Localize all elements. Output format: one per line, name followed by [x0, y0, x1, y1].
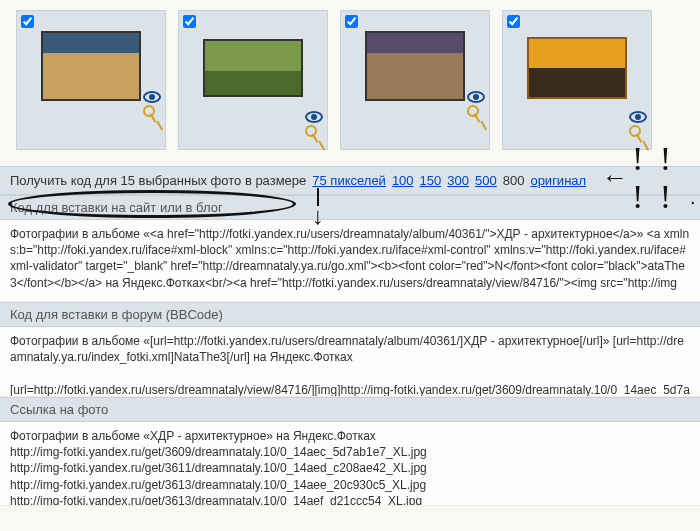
- eye-icon[interactable]: [629, 111, 647, 123]
- thumb-checkbox[interactable]: [21, 15, 34, 28]
- size-link-150[interactable]: 150: [420, 173, 442, 188]
- eye-icon[interactable]: [305, 111, 323, 123]
- thumb-image[interactable]: [41, 31, 141, 101]
- size-link-100[interactable]: 100: [392, 173, 414, 188]
- code-links[interactable]: Фотографии в альбоме «ХДР - архитектурно…: [0, 422, 700, 506]
- key-icon[interactable]: [629, 125, 645, 141]
- code-bbcode[interactable]: Фотографии в альбоме «[url=http://fotki.…: [0, 327, 700, 397]
- eye-icon[interactable]: [467, 91, 485, 103]
- thumb-card[interactable]: [502, 10, 652, 150]
- size-prefix: Получить код для 15 выбранных фото в раз…: [10, 173, 306, 188]
- thumbnail-row: [0, 0, 700, 166]
- thumb-image[interactable]: [527, 37, 627, 99]
- thumb-card[interactable]: [178, 10, 328, 150]
- size-link-75[interactable]: 75 пикселей: [312, 173, 386, 188]
- section-title-bbcode: Код для вставки в форум (BBCode): [0, 302, 700, 327]
- section-title-link: Ссылка на фото: [0, 397, 700, 422]
- code-html[interactable]: Фотографии в альбоме «<a href="http://fo…: [0, 220, 700, 302]
- key-icon[interactable]: [305, 125, 321, 141]
- eye-icon[interactable]: [143, 91, 161, 103]
- thumb-checkbox[interactable]: [183, 15, 196, 28]
- key-icon[interactable]: [143, 105, 159, 121]
- thumb-checkbox[interactable]: [507, 15, 520, 28]
- size-link-500[interactable]: 500: [475, 173, 497, 188]
- thumb-checkbox[interactable]: [345, 15, 358, 28]
- key-icon[interactable]: [467, 105, 483, 121]
- thumb-card[interactable]: [16, 10, 166, 150]
- thumb-image[interactable]: [365, 31, 465, 101]
- thumb-image[interactable]: [203, 39, 303, 97]
- size-link-300[interactable]: 300: [447, 173, 469, 188]
- thumb-card[interactable]: [340, 10, 490, 150]
- size-active: 800: [503, 173, 525, 188]
- size-link-original[interactable]: оригинал: [530, 173, 586, 188]
- size-bar: Получить код для 15 выбранных фото в раз…: [0, 166, 700, 195]
- section-title-html: Код для вставки на сайт или в блог: [0, 195, 700, 220]
